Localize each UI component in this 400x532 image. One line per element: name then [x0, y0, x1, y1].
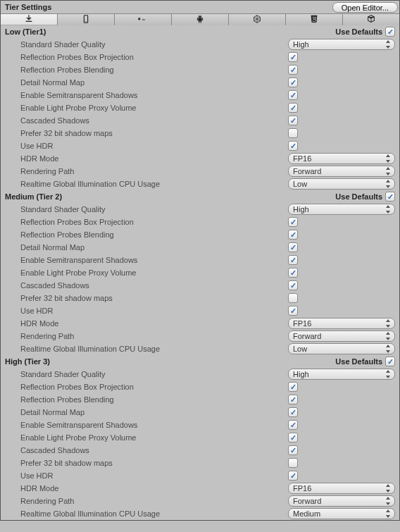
- detail-normal-checkbox[interactable]: [288, 78, 298, 87]
- light-probe-checkbox[interactable]: [288, 268, 298, 278]
- label-shader-quality: Standard Shader Quality: [20, 205, 288, 214]
- use-hdr-checkbox[interactable]: [288, 471, 298, 481]
- prefer32-checkbox[interactable]: [288, 128, 298, 138]
- semi-shadows-checkbox[interactable]: [288, 90, 298, 100]
- row-render-path: Rendering Path Forward: [1, 495, 399, 507]
- refl-blend-checkbox[interactable]: [288, 65, 298, 75]
- tier-title: High (Tier 3): [5, 357, 50, 366]
- tab-appletv[interactable]: tv: [115, 14, 172, 25]
- row-refl-blend: Reflection Probes Blending: [1, 228, 399, 241]
- detail-normal-checkbox[interactable]: [288, 407, 298, 417]
- row-gi-cpu: Realtime Global Illumination CPU Usage L…: [1, 342, 399, 355]
- android-icon: [195, 14, 205, 25]
- tiers-body: Low (Tier1) Use Defaults Standard Shader…: [1, 25, 399, 520]
- hdr-mode-select[interactable]: FP16: [288, 318, 395, 329]
- refl-blend-checkbox[interactable]: [288, 395, 298, 404]
- use-defaults-checkbox[interactable]: [385, 27, 395, 37]
- refl-box-checkbox[interactable]: [288, 382, 298, 392]
- tab-html5[interactable]: [286, 14, 343, 25]
- gi-cpu-select[interactable]: Medium: [288, 508, 395, 519]
- hdr-mode-select[interactable]: FP16: [288, 483, 395, 494]
- light-probe-checkbox[interactable]: [288, 103, 298, 113]
- panel-title: Tier Settings: [5, 3, 51, 11]
- row-detail-normal: Detail Normal Map: [1, 76, 399, 89]
- cascaded-checkbox[interactable]: [288, 445, 298, 455]
- label-refl-blend: Reflection Probes Blending: [20, 230, 288, 239]
- use-defaults-checkbox[interactable]: [385, 192, 395, 202]
- refl-box-checkbox[interactable]: [288, 217, 298, 227]
- tab-download[interactable]: [1, 14, 58, 25]
- unity-icon: [252, 14, 262, 25]
- tab-unity[interactable]: [229, 14, 286, 25]
- tier-header-2: High (Tier 3) Use Defaults: [1, 355, 399, 368]
- use-defaults-checkbox[interactable]: [385, 357, 395, 366]
- hdr-mode-select[interactable]: FP16: [288, 153, 395, 164]
- label-gi-cpu: Realtime Global Illumination CPU Usage: [20, 345, 288, 353]
- render-path-select[interactable]: Forward: [288, 330, 395, 342]
- prefer32-checkbox[interactable]: [288, 293, 298, 303]
- cascaded-checkbox[interactable]: [288, 280, 298, 290]
- row-shader-quality: Standard Shader Quality High: [1, 368, 399, 381]
- row-hdr-mode: HDR Mode FP16: [1, 152, 399, 165]
- render-path-select[interactable]: Forward: [288, 166, 395, 177]
- row-cascaded: Cascaded Shadows: [1, 279, 399, 292]
- semi-shadows-checkbox[interactable]: [288, 255, 298, 265]
- label-refl-box: Reflection Probes Box Projection: [20, 53, 288, 61]
- label-cascaded: Cascaded Shadows: [20, 281, 288, 290]
- use-hdr-checkbox[interactable]: [288, 306, 298, 316]
- gi-cpu-select[interactable]: Low: [288, 178, 395, 190]
- label-detail-normal: Detail Normal Map: [20, 408, 288, 416]
- open-editor-button[interactable]: Open Editor...: [332, 2, 398, 13]
- appletv-icon: tv: [138, 14, 148, 25]
- light-probe-checkbox[interactable]: [288, 433, 298, 443]
- render-path-select[interactable]: Forward: [288, 495, 395, 507]
- label-prefer32: Prefer 32 bit shadow maps: [20, 294, 288, 302]
- prefer32-checkbox[interactable]: [288, 458, 298, 468]
- row-refl-box: Reflection Probes Box Projection: [1, 216, 399, 228]
- row-shader-quality: Standard Shader Quality High: [1, 38, 399, 51]
- phone-icon: [81, 14, 91, 25]
- label-use-hdr: Use HDR: [20, 471, 288, 480]
- use-defaults-label: Use Defaults: [335, 192, 382, 201]
- row-light-probe: Enable Light Probe Proxy Volume: [1, 431, 399, 444]
- detail-normal-checkbox[interactable]: [288, 242, 298, 252]
- label-hdr-mode: HDR Mode: [20, 484, 288, 493]
- row-shader-quality: Standard Shader Quality High: [1, 203, 399, 216]
- tab-cube[interactable]: [343, 14, 399, 25]
- tab-android[interactable]: [172, 14, 229, 25]
- label-detail-normal: Detail Normal Map: [20, 78, 288, 87]
- platform-tabs: tv: [1, 14, 399, 25]
- row-refl-blend: Reflection Probes Blending: [1, 63, 399, 76]
- label-semi-shadows: Enable Semitransparent Shadows: [20, 421, 288, 429]
- label-light-probe: Enable Light Probe Proxy Volume: [20, 104, 288, 112]
- label-prefer32: Prefer 32 bit shadow maps: [20, 129, 288, 137]
- label-cascaded: Cascaded Shadows: [20, 116, 288, 125]
- shader-quality-select[interactable]: High: [288, 369, 395, 380]
- label-shader-quality: Standard Shader Quality: [20, 40, 288, 49]
- label-render-path: Rendering Path: [20, 167, 288, 175]
- svg-rect-6: [197, 18, 198, 20]
- tier-title: Medium (Tier 2): [5, 192, 62, 201]
- row-light-probe: Enable Light Probe Proxy Volume: [1, 266, 399, 279]
- label-refl-blend: Reflection Probes Blending: [20, 66, 288, 74]
- refl-blend-checkbox[interactable]: [288, 230, 298, 240]
- label-light-probe: Enable Light Probe Proxy Volume: [20, 433, 288, 442]
- row-detail-normal: Detail Normal Map: [1, 406, 399, 419]
- use-hdr-checkbox[interactable]: [288, 141, 298, 151]
- cascaded-checkbox[interactable]: [288, 116, 298, 125]
- row-gi-cpu: Realtime Global Illumination CPU Usage L…: [1, 178, 399, 190]
- tab-phone[interactable]: [58, 14, 115, 25]
- label-hdr-mode: HDR Mode: [20, 154, 288, 163]
- refl-box-checkbox[interactable]: [288, 52, 298, 62]
- label-cascaded: Cascaded Shadows: [20, 446, 288, 454]
- svg-point-2: [85, 21, 86, 22]
- svg-line-10: [199, 16, 199, 16]
- label-gi-cpu: Realtime Global Illumination CPU Usage: [20, 509, 288, 518]
- svg-rect-0: [26, 21, 32, 22]
- shader-quality-select[interactable]: High: [288, 204, 395, 215]
- shader-quality-select[interactable]: High: [288, 39, 395, 50]
- semi-shadows-checkbox[interactable]: [288, 420, 298, 430]
- row-refl-box: Reflection Probes Box Projection: [1, 51, 399, 63]
- gi-cpu-select[interactable]: Low: [288, 343, 395, 354]
- tier-header-0: Low (Tier1) Use Defaults: [1, 25, 399, 38]
